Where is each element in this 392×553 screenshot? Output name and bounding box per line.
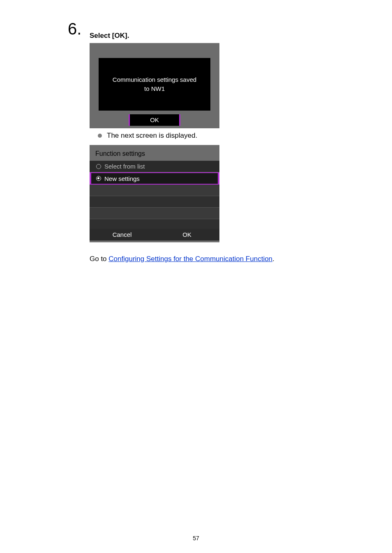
- bullet-icon: [98, 134, 102, 138]
- dialog-line2: to NW1: [99, 84, 210, 94]
- menu-item-label: New settings: [104, 175, 140, 182]
- menu-title: Function settings: [95, 150, 145, 157]
- ok-button[interactable]: OK: [154, 229, 219, 241]
- page-number: 57: [0, 535, 392, 541]
- radio-unselected-icon: [96, 164, 101, 169]
- dialog-ok-row: OK: [90, 114, 219, 126]
- manual-page: 6. Select [OK]. Communication settings s…: [0, 0, 392, 553]
- menu-item-empty: [90, 196, 219, 208]
- radio-selected-icon: [96, 176, 101, 181]
- goto-link[interactable]: Configuring Settings for the Communicati…: [108, 255, 272, 263]
- menu-item-label: Select from list: [104, 163, 145, 170]
- menu-item-new-settings[interactable]: New settings: [90, 172, 219, 185]
- menu-item-select-from-list[interactable]: Select from list: [90, 161, 219, 172]
- dialog-message: Communication settings saved to NW1: [99, 58, 210, 111]
- step-number: 6.: [68, 20, 81, 38]
- dialog-line1: Communication settings saved: [99, 75, 210, 85]
- menu-button-row: Cancel OK: [90, 229, 219, 241]
- menu-item-empty: [90, 185, 219, 196]
- screenshot-function-settings: Function settings Select from list New s…: [90, 145, 219, 243]
- cancel-button[interactable]: Cancel: [90, 229, 154, 241]
- menu-item-empty: [90, 208, 219, 219]
- note-text: The next screen is displayed.: [107, 132, 197, 140]
- screenshot-comm-saved: Communication settings saved to NW1 OK: [90, 43, 219, 128]
- goto-line: Go to Configuring Settings for the Commu…: [90, 255, 274, 263]
- menu-list: Select from list New settings: [90, 161, 219, 231]
- goto-suffix: .: [272, 255, 274, 263]
- ok-button[interactable]: OK: [129, 114, 180, 126]
- note-row: The next screen is displayed.: [98, 132, 197, 140]
- goto-prefix: Go to: [90, 255, 108, 263]
- step-title: Select [OK].: [90, 32, 129, 40]
